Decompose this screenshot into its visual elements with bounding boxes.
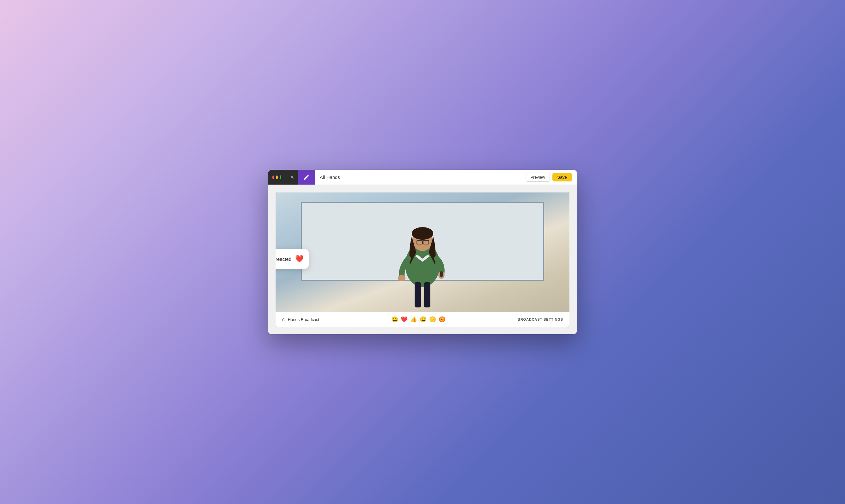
- save-button[interactable]: Save: [552, 173, 572, 181]
- tom-reaction-emoji: ❤️: [295, 255, 304, 263]
- app-window: ✕ All Hands Preview Save: [268, 170, 577, 334]
- title-bar: ✕ All Hands Preview Save: [268, 170, 577, 185]
- traffic-light-close[interactable]: [272, 176, 274, 179]
- broadcast-title: All-Hands Broadcast: [282, 317, 320, 322]
- svg-point-8: [398, 275, 406, 281]
- video-placeholder: Tom Lloyds reacted ❤️ Martha Clarke reac…: [276, 193, 569, 312]
- page-title: All Hands: [315, 175, 525, 180]
- video-container: Tom Lloyds reacted ❤️ Martha Clarke reac…: [276, 193, 569, 327]
- traffic-light-fullscreen[interactable]: [280, 176, 281, 179]
- toolbar-icon-button[interactable]: [298, 170, 315, 185]
- tom-reaction-card: Tom Lloyds reacted ❤️: [276, 249, 309, 269]
- svg-rect-7: [440, 271, 443, 277]
- svg-rect-10: [424, 282, 430, 307]
- toolbar-actions: Preview Save: [525, 173, 577, 182]
- broadcast-settings-link[interactable]: BROADCAST SETTINGS: [518, 318, 563, 321]
- emoji-angry[interactable]: 😡: [438, 316, 446, 323]
- emoji-reactions-bar: 😀 ❤️ 👍 😐 😞 😡: [391, 316, 446, 323]
- video-bottom-bar: All-Hands Broadcast 😀 ❤️ 👍 😐 😞 😡 BROADCA…: [276, 312, 569, 327]
- content-area: Tom Lloyds reacted ❤️ Martha Clarke reac…: [268, 185, 577, 334]
- emoji-smile[interactable]: 😀: [391, 316, 398, 323]
- traffic-light-minimize[interactable]: [276, 176, 277, 179]
- svg-rect-9: [415, 282, 421, 307]
- close-button[interactable]: ✕: [286, 170, 298, 185]
- emoji-neutral[interactable]: 😐: [420, 316, 427, 323]
- emoji-thumbsup[interactable]: 👍: [410, 316, 417, 323]
- presenter-figure: [391, 202, 454, 312]
- svg-point-2: [412, 227, 433, 240]
- tom-reaction-text: Tom Lloyds reacted: [276, 256, 291, 262]
- preview-button[interactable]: Preview: [525, 173, 550, 182]
- edit-icon: [303, 174, 310, 180]
- traffic-lights-container: [268, 170, 286, 185]
- emoji-heart[interactable]: ❤️: [401, 316, 408, 323]
- emoji-sad[interactable]: 😞: [429, 316, 436, 323]
